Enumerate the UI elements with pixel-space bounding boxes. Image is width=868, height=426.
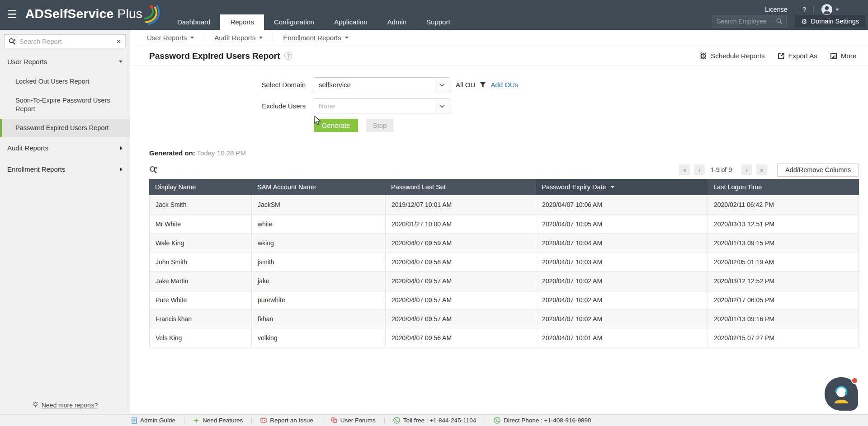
search-report-input[interactable] (19, 38, 113, 45)
help-icon[interactable]: ? (284, 52, 292, 60)
table-search-icon[interactable] (149, 166, 157, 174)
exclude-users-label: Exclude Users (130, 102, 314, 110)
table-row[interactable]: Francis khanfkhan2020/04/07 09:57 AM2020… (150, 309, 859, 328)
table-row[interactable]: Wale Kingwking2020/04/07 09:59 AM2020/04… (150, 233, 859, 252)
license-link[interactable]: License (765, 6, 788, 13)
divider (384, 417, 385, 424)
admin-guide-link[interactable]: Admin Guide (132, 417, 175, 424)
chevron-down-icon[interactable] (435, 99, 449, 113)
divider (322, 417, 322, 424)
divider (251, 417, 252, 424)
user-menu[interactable] (821, 4, 839, 15)
subnav-audit-reports[interactable]: Audit Reports (214, 34, 263, 42)
chevron-right-icon (120, 168, 123, 171)
need-more-reports-link[interactable]: Need more reports? (42, 402, 98, 409)
report-category-bar: User Reports Audit Reports Enrollment Re… (130, 30, 868, 46)
select-domain-dropdown[interactable]: selfservice (314, 77, 449, 92)
employee-search[interactable] (712, 15, 787, 28)
report-an-issue-link[interactable]: Report an Issue (260, 417, 313, 424)
next-page-button[interactable]: › (741, 164, 752, 175)
sidebar: ✕ User Reports Locked Out Users Report S… (0, 30, 130, 414)
gear-icon: ⚙ (801, 18, 807, 25)
divider (795, 6, 795, 13)
phone-icon (393, 417, 400, 424)
column-sam-account-name[interactable]: SAM Account Name (251, 179, 385, 195)
select-domain-label: Select Domain (130, 81, 314, 89)
first-page-button[interactable]: « (679, 164, 690, 175)
chevron-down-icon[interactable] (435, 78, 449, 92)
clear-search-icon[interactable]: ✕ (113, 38, 121, 45)
direct-phone[interactable]: Direct Phone : +1-408-916-9890 (494, 417, 591, 424)
generate-button[interactable]: Generate (314, 119, 358, 132)
tab-dashboard[interactable]: Dashboard (167, 14, 220, 30)
top-header: ☰ ADSelfService Plus Dashboard Reports C… (0, 0, 868, 30)
search-icon (9, 38, 16, 45)
avatar-icon (821, 4, 833, 15)
schedule-reports-button[interactable]: Schedule Reports (699, 52, 764, 60)
table-toolbar: « ‹ 1-9 of 9 › » Add/Remove Columns (149, 162, 859, 178)
sidebar-item-password-expired[interactable]: Password Expired Users Report (0, 119, 130, 138)
user-forums-link[interactable]: User Forums (331, 417, 376, 424)
exclude-users-dropdown[interactable]: None (314, 98, 449, 113)
filter-funnel-icon[interactable] (480, 82, 486, 88)
divider (485, 417, 485, 424)
chat-widget-button[interactable] (825, 377, 858, 411)
export-icon (778, 52, 785, 60)
search-icon[interactable] (776, 18, 783, 24)
page-range: 1-9 of 9 (710, 166, 731, 173)
sidebar-section-enrollment-reports[interactable]: Enrollment Reports (0, 159, 130, 180)
table-row[interactable]: Pure Whitepurewhite2020/04/07 09:57 AM20… (150, 290, 859, 309)
table-body: Jack SmithJackSM2019/12/07 10:01 AM2020/… (149, 195, 859, 347)
column-display-name[interactable]: Display Name (149, 179, 251, 195)
divider (184, 417, 184, 424)
sort-desc-icon (611, 186, 614, 188)
table-header-row: Display Name SAM Account Name Password L… (149, 179, 859, 195)
subnav-enrollment-reports[interactable]: Enrollment Reports (283, 34, 348, 42)
chevron-down-icon (190, 37, 194, 39)
more-button[interactable]: More (830, 52, 856, 60)
ou-selector: All OU Add OUs (456, 81, 518, 89)
menu-icon[interactable]: ☰ (7, 8, 17, 21)
header-utility: License ? (765, 4, 839, 15)
report-search-box[interactable]: ✕ (4, 34, 126, 48)
divider (204, 34, 204, 42)
chevron-down-icon (119, 61, 123, 63)
report-criteria-form: Select Domain selfservice All OU Add OUs… (130, 66, 868, 132)
domain-settings-button[interactable]: ⚙ Domain Settings (795, 15, 865, 28)
need-features-icon (193, 417, 199, 424)
table-row[interactable]: John Smithjsmith2020/04/07 09:58 AM2020/… (150, 252, 859, 271)
chevron-down-icon (345, 37, 349, 39)
sidebar-item-soon-to-expire[interactable]: Soon-To-Expire Password Users Report (0, 91, 130, 119)
add-ous-link[interactable]: Add OUs (491, 81, 518, 89)
sidebar-section-user-reports[interactable]: User Reports (0, 51, 130, 72)
sidebar-item-locked-out-users[interactable]: Locked Out Users Report (0, 72, 130, 91)
header-search-row: ⚙ Domain Settings (712, 15, 865, 28)
more-list-icon (830, 52, 837, 60)
main-content: Password Expired Users Report ? Schedule… (130, 46, 868, 414)
logo-swoosh-icon (143, 4, 161, 25)
column-password-last-set[interactable]: Password Last Set (385, 179, 536, 195)
generated-on-label: Generated on: (149, 149, 195, 157)
table-row[interactable]: Mr Whitewhite2020/01/27 10:00 AM2020/04/… (150, 214, 859, 233)
table-row[interactable]: Jack SmithJackSM2019/12/07 10:01 AM2020/… (150, 195, 859, 214)
sidebar-section-audit-reports[interactable]: Audit Reports (0, 137, 130, 159)
export-as-button[interactable]: Export As (778, 52, 817, 60)
need-features-link[interactable]: Need Features (193, 417, 243, 424)
search-employee-input[interactable] (717, 18, 776, 25)
add-remove-columns-button[interactable]: Add/Remove Columns (777, 164, 859, 177)
prev-page-button[interactable]: ‹ (694, 164, 705, 175)
table-row[interactable]: Vels Kingvelking2020/04/07 09:56 AM2020/… (150, 328, 859, 347)
tab-support[interactable]: Support (416, 14, 460, 30)
column-password-expiry-date[interactable]: Password Expiry Date (536, 179, 708, 195)
last-page-button[interactable]: » (756, 164, 767, 175)
toll-free-phone[interactable]: Toll free : +1-844-245-1104 (393, 417, 476, 424)
column-last-logon-time[interactable]: Last Logon Time (708, 179, 859, 195)
tab-configuration[interactable]: Configuration (264, 14, 324, 30)
tab-application[interactable]: Application (324, 14, 377, 30)
table-row[interactable]: Jake Martinjake2020/04/07 09:57 AM2020/0… (150, 271, 859, 290)
tab-admin[interactable]: Admin (377, 14, 417, 30)
help-link[interactable]: ? (802, 6, 806, 13)
stop-button[interactable]: Stop (366, 119, 393, 132)
tab-reports[interactable]: Reports (220, 14, 264, 30)
subnav-user-reports[interactable]: User Reports (147, 34, 194, 42)
